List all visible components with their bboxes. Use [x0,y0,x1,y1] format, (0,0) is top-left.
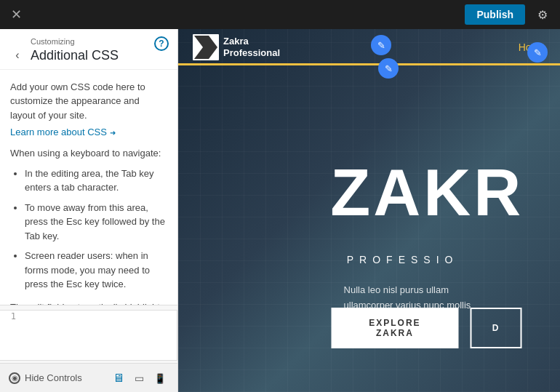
edit-icon-logo[interactable]: ✎ [378,58,399,79]
help-button[interactable]: ? [154,36,169,51]
pencil-icon: ✎ [534,47,542,58]
mobile-icon: 📱 [154,373,166,384]
help-icon: ? [159,39,164,49]
logo-area: Zakra Professional [193,34,280,60]
line-numbers: 1 [0,310,20,324]
device-selector: 🖥 ▭ 📱 [110,369,169,388]
breadcrumb: Customizing [31,36,119,47]
external-link-icon: ➜ [110,129,116,137]
left-panel: ‹ Customizing Additional CSS ? Add your … [0,29,178,392]
keyboard-nav-heading: When using a keyboard to navigate: [10,146,167,161]
back-icon: ‹ [15,49,19,62]
close-button[interactable]: ✕ [6,4,26,25]
pencil-icon: ✎ [385,63,393,74]
logo-svg [193,34,219,60]
second-button[interactable]: D [471,308,522,348]
gear-button[interactable]: ⚙ [531,3,554,26]
list-item: To move away from this area, press the E… [25,201,167,244]
panel-scroll-area[interactable]: Add your own CSS code here to customize … [0,70,177,305]
preview-nav: Zakra Professional Home [178,29,560,65]
hero-big-text: ZAKR [330,163,524,222]
description-text: Add your own CSS code here to customize … [10,80,167,123]
edit-icon-top[interactable]: ✎ [371,35,391,55]
css-editor-area: 1 [0,305,177,363]
publish-button[interactable]: Publish [465,4,525,25]
preview-area: ✎ ✎ ✎ Zakra Professional [178,29,560,392]
panel-header: ‹ Customizing Additional CSS ? [0,29,177,70]
close-icon: ✕ [11,7,22,23]
css-input[interactable] [0,310,177,361]
back-button[interactable]: ‹ [9,47,26,64]
gear-icon: ⚙ [537,8,548,22]
list-item: In the editing area, the Tab key enters … [25,167,167,195]
top-bar: ✕ Publish ⚙ [0,0,560,29]
nav-bottom-bar [178,63,560,65]
desktop-view-button[interactable]: 🖥 [110,369,127,388]
explore-button[interactable]: EXPLORE ZAKRA [331,308,459,348]
hide-controls-label: Hide Controls [25,372,82,383]
hero-sub-text: PROFESSIO [347,254,459,265]
bottom-bar: ◉ Hide Controls 🖥 ▭ 📱 [0,363,177,392]
edit-icon-nav[interactable]: ✎ [527,42,548,63]
tablet-view-button[interactable]: ▭ [132,369,147,388]
pencil-icon: ✎ [377,40,385,51]
list-item: Screen reader users: when in forms mode,… [25,249,167,292]
learn-more-link[interactable]: Learn more about CSS ➜ [10,127,116,137]
tablet-icon: ▭ [135,372,144,384]
main-content: ‹ Customizing Additional CSS ? Add your … [0,29,560,392]
preview-cta-buttons: EXPLORE ZAKRA D [331,308,522,348]
desktop-icon: 🖥 [113,372,124,384]
eye-icon: ◉ [9,372,20,384]
bullet-list: In the editing area, the Tab key enters … [10,167,167,292]
hide-controls-button[interactable]: ◉ Hide Controls [9,372,82,384]
mobile-view-button[interactable]: 📱 [151,369,169,388]
preview-background: ✎ ✎ ✎ Zakra Professional [178,29,560,392]
logo-text: Zakra Professional [223,36,280,58]
panel-title: Additional CSS [31,47,119,64]
